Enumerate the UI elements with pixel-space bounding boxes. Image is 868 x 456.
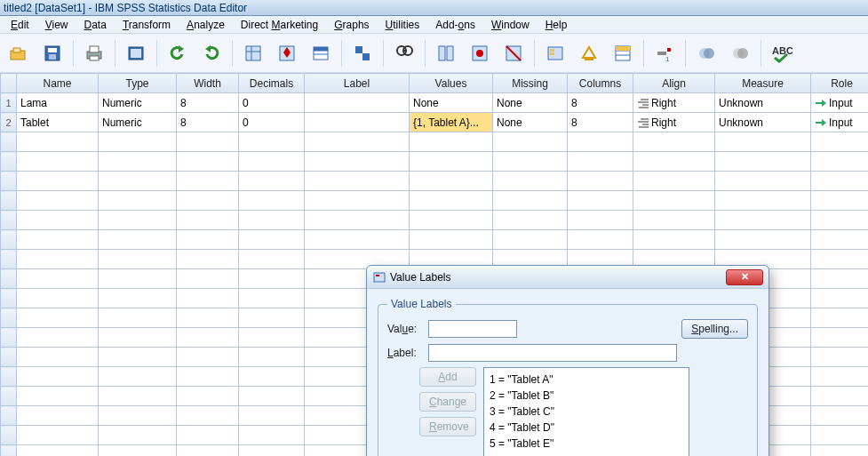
col-missing[interactable]: Missing [493,74,568,93]
cell-empty[interactable] [811,172,869,191]
menu-view[interactable]: View [38,17,76,33]
cell-columns[interactable]: 8 [568,113,633,132]
cell-empty[interactable] [633,230,715,250]
row-number[interactable] [1,328,17,348]
cell-empty[interactable] [410,132,493,152]
cell-empty[interactable] [633,211,715,230]
row-number[interactable] [1,211,17,230]
cell-empty[interactable] [99,172,177,191]
cell-empty[interactable] [811,426,869,445]
cell-align[interactable]: Right [633,113,715,132]
goto-case-icon[interactable] [238,38,268,68]
row-number[interactable] [1,445,17,457]
menu-transform[interactable]: Transform [115,17,178,33]
cell-empty[interactable] [633,132,715,152]
list-item[interactable]: 1 = "Tablet A" [490,372,683,388]
cell-empty[interactable] [177,406,239,426]
change-button[interactable]: Change [419,392,476,412]
find-icon[interactable] [389,38,419,68]
cell-empty[interactable] [99,406,177,426]
cell-missing[interactable]: None [493,93,568,113]
cell-empty[interactable] [410,191,493,211]
cell-empty[interactable] [811,269,869,289]
cell-measure[interactable]: Unknown [715,93,811,113]
cell-empty[interactable] [177,172,239,191]
row-number[interactable] [1,348,17,367]
cell-empty[interactable] [305,191,410,211]
open-icon[interactable] [4,38,34,68]
save-icon[interactable] [37,38,68,68]
cell-empty[interactable] [99,191,177,211]
col-values[interactable]: Values [410,74,493,93]
cell-empty[interactable] [239,269,305,289]
cell-decimals[interactable]: 0 [239,93,305,113]
cell-empty[interactable] [715,152,811,172]
cell-empty[interactable] [239,426,305,445]
dialog-titlebar[interactable]: Value Labels ✕ [367,266,768,289]
cell-empty[interactable] [305,152,410,172]
row-number[interactable] [1,406,17,426]
cell-empty[interactable] [715,172,811,191]
cell-empty[interactable] [568,172,633,191]
row-number[interactable]: 2 [1,113,17,132]
cell-empty[interactable] [493,172,568,191]
cell-empty[interactable] [17,308,99,328]
cell-empty[interactable] [633,172,715,191]
col-name[interactable]: Name [17,74,99,93]
cell-empty[interactable] [811,328,869,348]
cell-empty[interactable] [17,230,99,250]
cell-empty[interactable] [99,348,177,367]
row-number[interactable] [1,308,17,328]
cell-empty[interactable] [17,152,99,172]
row-number[interactable] [1,367,17,387]
cell-empty[interactable] [568,152,633,172]
cell-empty[interactable] [99,269,177,289]
menu-edit[interactable]: Edit [4,17,36,33]
show-all-variables-icon[interactable] [608,38,638,68]
cell-empty[interactable] [17,367,99,387]
cell-name[interactable]: Lama [17,93,99,113]
cell-empty[interactable] [177,211,239,230]
cell-empty[interactable] [715,211,811,230]
menu-window[interactable]: Window [484,17,537,33]
row-number[interactable] [1,426,17,445]
cell-empty[interactable] [239,132,305,152]
col-decimals[interactable]: Decimals [239,74,305,93]
row-number[interactable] [1,191,17,211]
cell-empty[interactable] [811,348,869,367]
undo-icon[interactable] [163,38,193,68]
cell-empty[interactable] [811,152,869,172]
cell-empty[interactable] [177,191,239,211]
cell-empty[interactable] [17,191,99,211]
cell-empty[interactable] [811,445,869,457]
col-role[interactable]: Role [811,74,869,93]
cell-empty[interactable] [177,269,239,289]
redo-icon[interactable] [196,38,227,68]
cell-empty[interactable] [715,230,811,250]
cell-empty[interactable] [99,308,177,328]
cell-empty[interactable] [177,387,239,406]
variables-icon[interactable] [306,38,336,68]
col-label[interactable]: Label [305,74,410,93]
goto-variable-icon[interactable] [272,38,302,68]
cell-role[interactable]: Input [811,93,869,113]
value-labels-icon[interactable] [540,38,570,68]
col-columns[interactable]: Columns [568,74,633,93]
cell-empty[interactable] [239,152,305,172]
cell-empty[interactable] [239,172,305,191]
cell-empty[interactable] [17,211,99,230]
split-file-icon[interactable] [431,38,461,68]
list-item[interactable]: 3 = "Tablet C" [490,404,683,420]
cell-empty[interactable] [811,191,869,211]
sets-overlap-icon[interactable] [691,38,721,68]
cell-empty[interactable] [239,250,305,269]
cell-empty[interactable] [568,211,633,230]
menu-graphs[interactable]: Graphs [327,17,376,33]
cell-empty[interactable] [239,308,305,328]
cell-empty[interactable] [493,211,568,230]
cell-empty[interactable] [493,230,568,250]
cell-empty[interactable] [811,289,869,308]
cell-empty[interactable] [177,367,239,387]
cell-empty[interactable] [17,269,99,289]
cell-measure[interactable]: Unknown [715,113,811,132]
